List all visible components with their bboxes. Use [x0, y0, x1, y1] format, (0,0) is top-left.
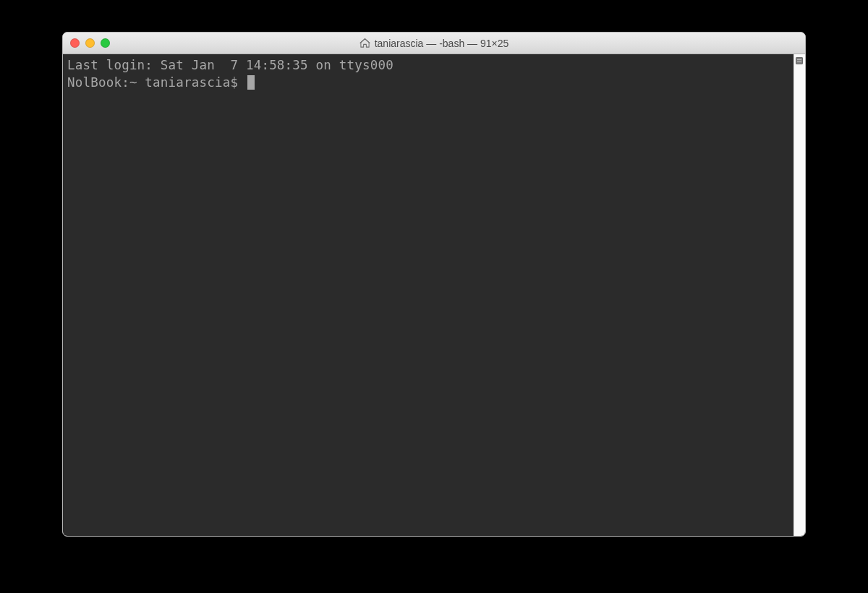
minimize-button[interactable] [85, 38, 95, 48]
terminal-body: Last login: Sat Jan 7 14:58:35 on ttys00… [63, 54, 805, 536]
close-button[interactable] [70, 38, 80, 48]
terminal-window: taniarascia — -bash — 91×25 Last login: … [62, 32, 806, 537]
home-icon [359, 38, 370, 48]
window-title: taniarascia — -bash — 91×25 [63, 38, 805, 49]
scrollbar[interactable] [793, 54, 805, 536]
last-login-line: Last login: Sat Jan 7 14:58:35 on ttys00… [67, 58, 393, 72]
scroll-grip-icon[interactable] [796, 57, 803, 64]
traffic-lights [63, 38, 110, 48]
terminal-content[interactable]: Last login: Sat Jan 7 14:58:35 on ttys00… [63, 54, 793, 536]
prompt-line: NolBook:~ taniarascia$ [67, 74, 789, 92]
prompt-text: NolBook:~ taniarascia$ [67, 74, 246, 92]
maximize-button[interactable] [101, 38, 110, 48]
titlebar[interactable]: taniarascia — -bash — 91×25 [63, 33, 805, 54]
cursor [247, 75, 255, 90]
window-title-text: taniarascia — -bash — 91×25 [375, 38, 509, 49]
